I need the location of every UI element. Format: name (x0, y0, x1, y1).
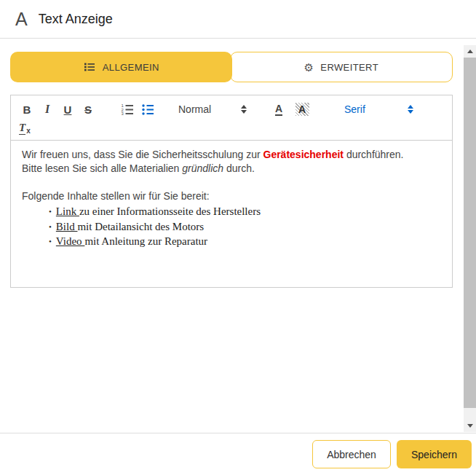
italic-text: gründlich (182, 162, 223, 174)
updown-arrows-icon (241, 105, 247, 114)
rich-text-editor: B I U S 1 2 3 (10, 95, 453, 288)
clear-formatting-icon: T (19, 122, 25, 135)
page-title: Text Anzeige (39, 12, 113, 27)
dialog-header: A Text Anzeige (0, 0, 476, 39)
list-item: Bild mit Detailansicht des Motors (49, 220, 441, 235)
tab-allgemein-label: ALLGEMEIN (103, 62, 159, 73)
bullet-list-button[interactable] (138, 101, 158, 118)
underlined-text: Video (56, 235, 85, 247)
editor-toolbar: B I U S 1 2 3 (11, 95, 452, 141)
gear-icon: ⚙ (304, 62, 314, 73)
paragraph: Bitte lesen Sie sich alle Materialien gr… (22, 162, 441, 176)
editor-content-area[interactable]: Wir freuen uns, dass Sie die Sicherheits… (11, 141, 452, 279)
save-button[interactable]: Speichern (397, 440, 472, 468)
text-color-button[interactable]: A (269, 101, 289, 118)
background-color-icon: A (295, 103, 309, 116)
updown-arrows-icon (408, 105, 413, 114)
scrollbar-thumb[interactable] (464, 58, 476, 408)
strikethrough-button[interactable]: S (78, 101, 98, 118)
toolbar-row-1: B I U S 1 2 3 (17, 101, 446, 118)
font-family-value: Serif (344, 103, 365, 115)
underlined-text: Link (56, 205, 79, 217)
bullet-list-icon (140, 102, 155, 117)
underlined-text: Bild (56, 221, 78, 232)
list-icon (83, 60, 96, 74)
scroll-up-button[interactable] (464, 45, 476, 58)
tab-bar: ALLGEMEIN ⚙ ERWEITERT (10, 52, 453, 82)
tab-erweitert-label: ERWEITERT (320, 62, 378, 73)
clear-formatting-button[interactable]: Tx (17, 119, 39, 137)
ordered-list-button[interactable]: 1 2 3 (117, 101, 138, 118)
scroll-down-button[interactable] (464, 420, 476, 432)
bold-button[interactable]: B (17, 101, 37, 118)
triangle-up-icon (467, 50, 473, 53)
underline-button[interactable]: U (57, 101, 78, 118)
text-anzeige-dialog: A Text Anzeige ALLGEMEIN ⚙ ERWEITERT B I (0, 0, 476, 475)
text-element-icon: A (15, 10, 28, 28)
empty-line (22, 176, 441, 189)
highlighted-text: Gerätesicherheit (263, 149, 344, 160)
tab-erweitert[interactable]: ⚙ ERWEITERT (230, 52, 453, 82)
text-color-icon: A (275, 103, 282, 116)
font-family-dropdown[interactable]: Serif (344, 103, 413, 115)
dialog-footer: Abbrechen Speichern (0, 433, 476, 475)
triangle-down-icon (467, 424, 473, 428)
background-color-button[interactable]: A (292, 101, 312, 118)
svg-text:3: 3 (122, 111, 124, 116)
paragraph-style-value: Normal (178, 103, 211, 115)
bullet-list: Link zu einer Informationsseite des Hers… (22, 205, 441, 250)
color-buttons-group: A A (269, 101, 312, 118)
list-item: Video mit Anleitung zur Reparatur (49, 235, 441, 250)
list-item: Link zu einer Informationsseite des Hers… (49, 205, 441, 220)
ordered-list-icon: 1 2 3 (120, 102, 135, 117)
paragraph: Folgende Inhalte stellen wir für Sie ber… (22, 189, 441, 203)
italic-button[interactable]: I (37, 101, 57, 118)
paragraph: Wir freuen uns, dass Sie die Sicherheits… (22, 148, 441, 162)
paragraph-style-dropdown[interactable]: Normal (178, 103, 247, 115)
toolbar-row-2: Tx (17, 119, 446, 137)
tab-allgemein[interactable]: ALLGEMEIN (10, 52, 232, 82)
vertical-scrollbar[interactable] (464, 45, 476, 432)
cancel-button[interactable]: Abbrechen (312, 440, 391, 468)
